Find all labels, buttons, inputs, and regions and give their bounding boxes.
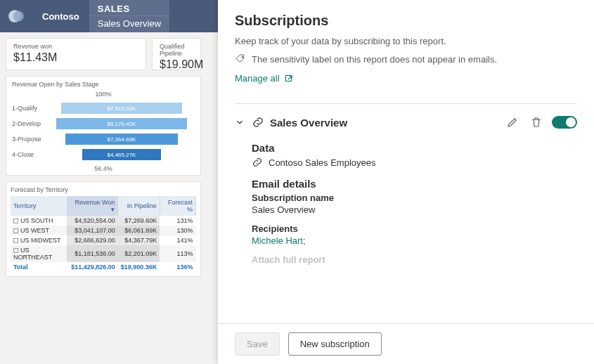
logo-icon [7,7,25,25]
nav-page[interactable]: Sales Overview [89,15,169,32]
link-icon [252,157,263,168]
manage-all-link[interactable]: Manage all [235,73,577,84]
table-forecast: Forecast by Territory Territory Revenue … [6,181,201,277]
data-binding-row: Contoso Sales Employees [252,157,577,168]
data-section-label: Data [252,142,577,154]
bar-category: 1-Qualify [12,105,46,112]
card-value: $11.43M [13,51,138,64]
email-details-label: Email details [252,178,577,190]
table-total-row: Total$11,429,826.00$19,900.36K136% [11,262,196,272]
table-row[interactable]: US SOUTH$4,520,554.00$7,269.60K131% [11,216,196,226]
bar-value: $8,170.42K [56,118,187,129]
chevron-down-icon[interactable] [235,117,245,127]
bar-value: $7,912.02K [61,103,182,114]
chart-bar-row: 1-Qualify $7,912.02K [12,100,195,116]
chart-bottom-pct: 56.4% [12,165,195,172]
table-row[interactable]: US WEST$3,041,107.00$6,061.89K130% [11,226,196,235]
col-territory[interactable]: Territory [11,196,67,216]
chart-bar-row: 4-Close $4,465.27K [12,147,195,162]
link-icon [252,116,264,129]
chart-top-pct: 100% [12,91,195,98]
table-row[interactable]: US NORTHEAST$1,181,536.00$2,201.09K113% [11,245,196,262]
panel-title: Subscriptions [235,13,577,29]
card-title: Qualified Pipeline [160,43,193,57]
svg-point-2 [242,57,243,58]
delete-button[interactable] [528,114,545,131]
panel-footer: Save New subscription [218,323,594,364]
col-in-pipeline[interactable]: In Pipeline [118,196,160,216]
nav-tabs: SALES Sales Overview [89,0,169,32]
pencil-icon [506,116,519,129]
subscription-name-field: Subscription name Sales Overview [252,193,577,215]
chart-title: Revenue Open by Sales Stage [12,81,195,88]
brand-name: Contoso [32,11,89,22]
attach-full-report-label: Attach full report [252,254,577,265]
subscriptions-panel: Subscriptions Keep track of your data by… [218,0,594,364]
trash-icon [530,116,543,129]
forecast-table: Territory Revenue Won ▾ In Pipeline Fore… [11,196,196,272]
card-revenue-won: Revenue won $11.43M [6,38,146,70]
nav-section[interactable]: SALES [89,0,169,15]
card-qualified-pipeline: Qualified Pipeline $19.90M [152,38,201,70]
col-revenue-won[interactable]: Revenue Won ▾ [67,196,117,216]
save-button: Save [235,332,280,356]
table-row[interactable]: US MIDWEST$2,686,629.00$4,367.79K141% [11,235,196,245]
bar-value: $7,264.68K [65,134,178,145]
subscription-title-row[interactable]: Sales Overview [252,116,497,129]
panel-subtitle: Keep track of your data by subscribing t… [235,36,577,46]
subscription-toggle[interactable] [552,116,577,129]
card-value: $19.90M [160,58,193,71]
card-title: Revenue won [13,43,138,50]
new-subscription-button[interactable]: New subscription [288,332,382,356]
recipient-chip[interactable]: Michele Hart; [252,235,577,246]
chart-bar-row: 2-Develop $8,170.42K [12,116,195,131]
table-title: Forecast by Territory [11,186,196,193]
recipients-field: Recipients Michele Hart; [252,223,577,246]
bar-category: 2-Develop [12,120,46,127]
svg-point-1 [13,11,24,21]
col-forecast-pct[interactable]: Forecast % [160,196,195,216]
report-canvas: Revenue won $11.43M Qualified Pipeline $… [0,32,218,282]
app-logo [0,0,32,32]
bar-category: 3-Propose [12,136,46,143]
svg-rect-3 [285,75,291,81]
sort-desc-icon: ▾ [111,206,115,213]
open-external-icon [284,74,294,84]
sensitivity-note: The sensitivity label on this report doe… [235,53,577,65]
bar-category: 4-Close [12,151,46,158]
chart-bar-row: 3-Propose $7,264.68K [12,131,195,147]
bar-value: $4,465.27K [82,149,161,160]
edit-button[interactable] [504,114,521,131]
chart-revenue-open: Revenue Open by Sales Stage 100% 1-Quali… [6,76,201,176]
subscription-header: Sales Overview [235,104,577,138]
tag-icon [235,53,246,65]
